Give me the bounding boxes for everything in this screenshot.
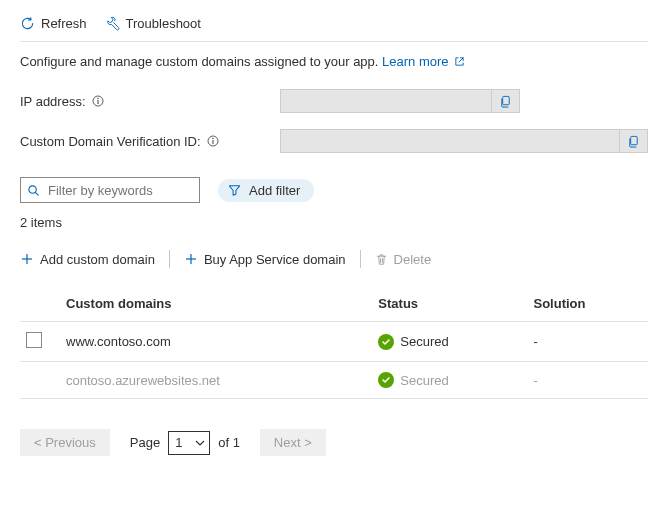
top-action-bar: Refresh Troubleshoot [20,16,648,42]
prev-button[interactable]: < Previous [20,429,110,456]
row-checkbox[interactable] [26,332,42,348]
filter-row: Add filter [20,177,648,203]
col-domains[interactable]: Custom domains [60,288,372,322]
separator [360,250,361,268]
chevron-down-icon [195,438,205,448]
refresh-icon [20,16,35,31]
solution-cell: - [528,362,649,399]
col-status[interactable]: Status [372,288,527,322]
intro-text-row: Configure and manage custom domains assi… [20,54,648,69]
delete-label: Delete [394,252,432,267]
svg-rect-2 [97,100,98,104]
domain-cell: contoso.azurewebsites.net [60,362,372,399]
items-count-label: 2 items [20,215,648,230]
intro-text: Configure and manage custom domains assi… [20,54,378,69]
wrench-icon [105,16,120,31]
buy-domain-label: Buy App Service domain [204,252,346,267]
svg-point-1 [97,98,99,100]
svg-rect-7 [631,136,638,144]
svg-rect-3 [503,96,510,104]
svg-rect-6 [212,140,213,144]
plus-icon [20,252,34,266]
search-icon [27,184,40,197]
delete-button: Delete [375,252,432,267]
filter-icon [228,184,241,197]
ip-label: IP address: [20,94,270,109]
table-row[interactable]: contoso.azurewebsites.netSecured- [20,362,648,399]
refresh-button[interactable]: Refresh [20,16,87,31]
table-row[interactable]: www.contoso.comSecured- [20,322,648,362]
secured-check-icon [378,334,394,350]
buy-domain-button[interactable]: Buy App Service domain [184,252,346,267]
separator [169,250,170,268]
add-custom-domain-button[interactable]: Add custom domain [20,252,155,267]
plus-icon [184,252,198,266]
verification-label: Custom Domain Verification ID: [20,134,270,149]
status-text: Secured [400,373,448,388]
verification-input[interactable] [280,129,620,153]
copy-verification-button[interactable] [620,129,648,153]
troubleshoot-button[interactable]: Troubleshoot [105,16,201,31]
info-icon[interactable] [207,135,219,147]
secured-check-icon [378,372,394,388]
search-input[interactable] [46,182,218,199]
learn-more-link[interactable]: Learn more [382,54,465,69]
pagination: < Previous Page 1 of 1 Next > [20,429,648,456]
domain-cell: www.contoso.com [60,322,372,362]
copy-ip-button[interactable] [492,89,520,113]
external-link-icon [454,56,465,67]
col-solution[interactable]: Solution [528,288,649,322]
status-text: Secured [400,334,448,349]
ip-row: IP address: [20,89,648,113]
of-label: of 1 [218,435,240,450]
page-value: 1 [175,435,182,450]
trash-icon [375,253,388,266]
svg-line-9 [35,192,38,195]
next-button[interactable]: Next > [260,429,326,456]
svg-point-5 [212,138,214,140]
search-box[interactable] [20,177,200,203]
add-custom-domain-label: Add custom domain [40,252,155,267]
add-filter-button[interactable]: Add filter [218,179,314,202]
page-word: Page [130,435,160,450]
solution-cell: - [528,322,649,362]
ip-input[interactable] [280,89,492,113]
refresh-label: Refresh [41,16,87,31]
troubleshoot-label: Troubleshoot [126,16,201,31]
add-filter-label: Add filter [249,183,300,198]
info-icon[interactable] [92,95,104,107]
command-bar: Add custom domain Buy App Service domain… [20,250,648,282]
domains-table: Custom domains Status Solution www.conto… [20,288,648,399]
verification-row: Custom Domain Verification ID: [20,129,648,153]
page-select[interactable]: 1 [168,431,210,455]
